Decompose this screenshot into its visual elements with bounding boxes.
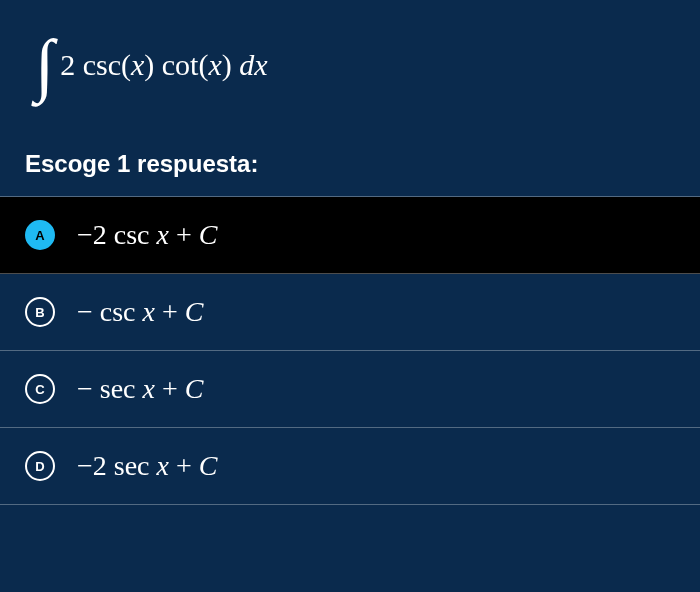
choice-letter-icon: A	[25, 220, 55, 250]
choice-b[interactable]: B− csc x + C	[0, 274, 700, 351]
choices-list: A−2 csc x + CB− csc x + CC− sec x + CD−2…	[0, 196, 700, 505]
integral-expression: ∫2 csc(x) cot(x) dx	[25, 20, 675, 100]
question-area: ∫2 csc(x) cot(x) dx	[0, 0, 700, 130]
choice-letter-icon: B	[25, 297, 55, 327]
choice-text: − csc x + C	[77, 296, 203, 328]
choice-letter-icon: C	[25, 374, 55, 404]
prompt-text: Escoge 1 respuesta:	[0, 130, 700, 196]
choice-text: −2 sec x + C	[77, 450, 217, 482]
choice-c[interactable]: C− sec x + C	[0, 351, 700, 428]
choice-d[interactable]: D−2 sec x + C	[0, 428, 700, 505]
choice-text: − sec x + C	[77, 373, 203, 405]
choice-letter-icon: D	[25, 451, 55, 481]
choice-a[interactable]: A−2 csc x + C	[0, 197, 700, 274]
choice-text: −2 csc x + C	[77, 219, 217, 251]
